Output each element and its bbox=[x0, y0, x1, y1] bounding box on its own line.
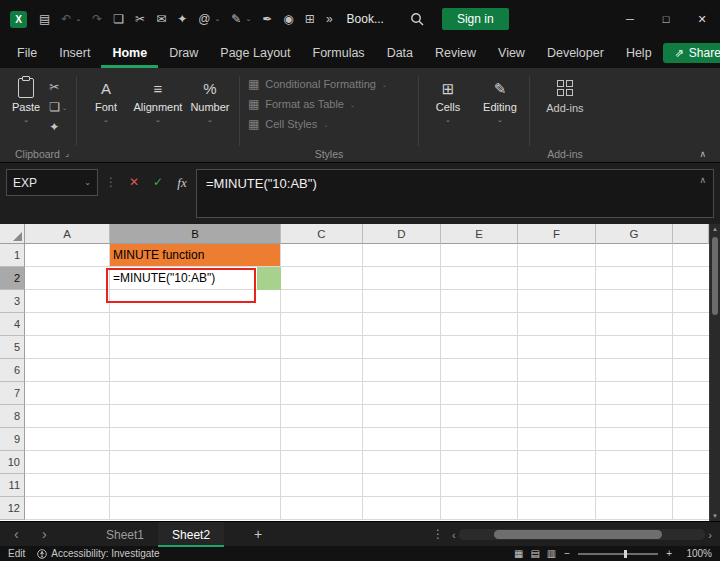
camera-icon[interactable]: ◉ bbox=[283, 13, 293, 25]
addins-button[interactable]: Add-ins bbox=[533, 68, 597, 145]
chevron-down-icon[interactable]: ⌄ bbox=[445, 116, 451, 124]
cell-B6[interactable] bbox=[110, 359, 281, 382]
zoom-in-button[interactable]: + bbox=[666, 548, 672, 559]
horizontal-scrollbar[interactable]: ‹ › bbox=[452, 526, 712, 543]
sheet-tab-sheet2[interactable]: Sheet2 bbox=[158, 522, 224, 547]
chevron-down-icon[interactable]: ⌄ bbox=[155, 116, 161, 124]
cell-A1[interactable] bbox=[25, 244, 110, 267]
cell-D10[interactable] bbox=[363, 451, 441, 474]
paste-button[interactable]: Paste ⌄ bbox=[12, 76, 40, 145]
cell-G10[interactable] bbox=[596, 451, 673, 474]
cancel-button[interactable]: ✕ bbox=[124, 169, 144, 196]
cell-D2[interactable] bbox=[363, 267, 441, 290]
page-layout-view-icon[interactable]: ▤ bbox=[530, 548, 539, 559]
menu-tab-data[interactable]: Data bbox=[376, 38, 424, 68]
cell-F3[interactable] bbox=[518, 290, 596, 313]
cell-F4[interactable] bbox=[518, 313, 596, 336]
zoom-out-button[interactable]: − bbox=[564, 548, 570, 559]
cell-C8[interactable] bbox=[281, 405, 363, 428]
cell-B8[interactable] bbox=[110, 405, 281, 428]
chevron-down-icon[interactable]: ⌄ bbox=[75, 15, 81, 23]
chevron-down-icon[interactable]: ⌄ bbox=[62, 104, 67, 111]
cell-F7[interactable] bbox=[518, 382, 596, 405]
column-header-F[interactable]: F bbox=[518, 224, 596, 244]
cell-F2[interactable] bbox=[518, 267, 596, 290]
cell-E7[interactable] bbox=[441, 382, 518, 405]
cell-D9[interactable] bbox=[363, 428, 441, 451]
cell-A4[interactable] bbox=[25, 313, 110, 336]
chevron-down-icon[interactable]: ⌄ bbox=[103, 116, 109, 124]
cell-C5[interactable] bbox=[281, 336, 363, 359]
cell-E6[interactable] bbox=[441, 359, 518, 382]
cell-B12[interactable] bbox=[110, 497, 281, 520]
insert-function-button[interactable]: fx bbox=[172, 169, 192, 196]
row-header-12[interactable]: 12 bbox=[0, 497, 25, 520]
cell-G3[interactable] bbox=[596, 290, 673, 313]
zoom-slider[interactable] bbox=[578, 553, 658, 555]
cell-A7[interactable] bbox=[25, 382, 110, 405]
name-box[interactable]: EXP ⌄ bbox=[6, 169, 98, 196]
cell-A3[interactable] bbox=[25, 290, 110, 313]
sign-in-button[interactable]: Sign in bbox=[442, 8, 509, 30]
formula-input[interactable]: =MINUTE("10:AB") ∧ bbox=[196, 169, 714, 218]
search-icon[interactable] bbox=[410, 12, 424, 26]
cell-B4[interactable] bbox=[110, 313, 281, 336]
minimize-button[interactable]: ─ bbox=[612, 0, 648, 38]
number-button[interactable]: %Number⌄ bbox=[184, 68, 236, 162]
menu-tab-file[interactable]: File bbox=[6, 38, 48, 68]
chevron-down-icon[interactable]: ⌄ bbox=[207, 116, 213, 124]
menu-tab-review[interactable]: Review bbox=[424, 38, 487, 68]
sheet-nav-right-icon[interactable]: › bbox=[42, 522, 47, 547]
cell-D11[interactable] bbox=[363, 474, 441, 497]
cell-G11[interactable] bbox=[596, 474, 673, 497]
cell-C1[interactable] bbox=[281, 244, 363, 267]
vertical-scrollbar[interactable]: ▲ ▼ bbox=[709, 224, 720, 521]
font-button[interactable]: AFont⌄ bbox=[80, 68, 132, 162]
cell-B9[interactable] bbox=[110, 428, 281, 451]
row-header-8[interactable]: 8 bbox=[0, 405, 25, 428]
cell-D4[interactable] bbox=[363, 313, 441, 336]
pen-icon[interactable]: ✎ bbox=[231, 13, 241, 25]
cell-F6[interactable] bbox=[518, 359, 596, 382]
cell-C7[interactable] bbox=[281, 382, 363, 405]
row-header-4[interactable]: 4 bbox=[0, 313, 25, 336]
cell-A9[interactable] bbox=[25, 428, 110, 451]
cell-B5[interactable] bbox=[110, 336, 281, 359]
cells-button[interactable]: ⊞Cells⌄ bbox=[422, 68, 474, 162]
cell-D8[interactable] bbox=[363, 405, 441, 428]
overflow-icon[interactable]: » bbox=[326, 13, 333, 25]
cell-C2[interactable] bbox=[281, 267, 363, 290]
accessibility-status[interactable]: Accessibility: Investigate bbox=[37, 548, 159, 559]
undo-icon[interactable]: ↶ bbox=[61, 13, 71, 25]
menu-tab-insert[interactable]: Insert bbox=[48, 38, 101, 68]
cell-F8[interactable] bbox=[518, 405, 596, 428]
chevron-down-icon[interactable]: ⌄ bbox=[497, 116, 503, 124]
row-header-2[interactable]: 2 bbox=[0, 267, 25, 290]
cell-G4[interactable] bbox=[596, 313, 673, 336]
cell-E3[interactable] bbox=[441, 290, 518, 313]
menu-tab-developer[interactable]: Developer bbox=[536, 38, 615, 68]
chevron-down-icon[interactable]: ⌄ bbox=[245, 15, 251, 23]
cell-B1[interactable]: MINUTE function bbox=[110, 244, 281, 267]
cell-C12[interactable] bbox=[281, 497, 363, 520]
cell-F5[interactable] bbox=[518, 336, 596, 359]
row-header-1[interactable]: 1 bbox=[0, 244, 25, 267]
format-painter-icon[interactable]: ✦ bbox=[49, 120, 59, 134]
cell-E5[interactable] bbox=[441, 336, 518, 359]
cell-D3[interactable] bbox=[363, 290, 441, 313]
cell-F11[interactable] bbox=[518, 474, 596, 497]
cell-F9[interactable] bbox=[518, 428, 596, 451]
format-painter-icon[interactable]: ✦ bbox=[177, 13, 187, 25]
sheet-menu-icon[interactable]: ⋮ bbox=[432, 522, 444, 547]
share-button[interactable]: ⇗ Share bbox=[663, 43, 720, 63]
collapse-ribbon-icon[interactable]: ∧ bbox=[699, 149, 706, 159]
chevron-down-icon[interactable]: ⌄ bbox=[23, 116, 29, 124]
format-as-table-button[interactable]: ▦Format as Table⌄ bbox=[248, 97, 415, 111]
cut-icon[interactable]: ✂ bbox=[49, 80, 59, 94]
column-header-G[interactable]: G bbox=[596, 224, 673, 244]
cell-C10[interactable] bbox=[281, 451, 363, 474]
enter-button[interactable]: ✓ bbox=[148, 169, 168, 196]
horizontal-scroll-thumb[interactable] bbox=[494, 530, 662, 539]
cell-A11[interactable] bbox=[25, 474, 110, 497]
cell-D12[interactable] bbox=[363, 497, 441, 520]
